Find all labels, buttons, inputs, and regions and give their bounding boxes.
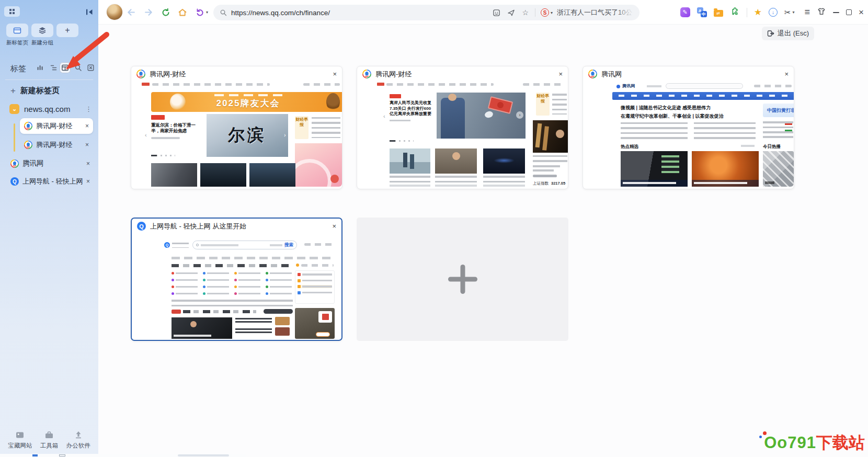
tab-card[interactable]: 腾讯网-财经 × 2025牌友大会 重返尔滨：价格下滑一 半，商家开始焦虑 [131,66,342,189]
tab-card-selected[interactable]: Q 上网导航 - 轻快上网 从这里开始 × Q 搜索 [131,218,342,341]
dock-item-treasure-sites[interactable]: 宝藏网站 [8,430,32,450]
finance-morning-badge: 财经早报 [295,116,309,139]
tab-card[interactable]: 腾讯网 × 腾讯网 微视频 | 追随总书记文化足迹 感受思想伟力 在遵规守纪中改… [583,66,794,189]
tab-stats-icon[interactable] [35,62,45,73]
hot-search-suggestion[interactable]: 浙江有人一口气买了10公 [557,8,633,17]
add-tab-tile[interactable] [357,218,568,341]
thumb-headline-block: 重返尔滨：价格下滑一 半，商家开始焦虑 [151,115,204,139]
report-banner: 中国扫黄打非网举报入口 [763,104,794,117]
tab-thumbnail[interactable]: Q 搜索 [132,234,341,339]
search-button-label: 搜索 [284,242,293,248]
close-card-icon[interactable]: × [332,222,336,230]
url-text[interactable]: https://news.qq.com/ch/finance/ [231,9,330,17]
caption-deco [435,176,477,182]
theme-skin-icon[interactable] [817,7,826,18]
thumb-tabs-deco [172,264,291,267]
back-icon[interactable] [124,6,138,19]
news-tag-deco [172,310,181,314]
close-tab-icon[interactable]: × [86,160,90,167]
app-badge-icon[interactable] [4,6,20,17]
thumb-search-bar: 搜索 [192,241,297,249]
panel-header-deco [301,264,334,267]
carousel-next-icon: › [516,111,523,119]
close-card-icon[interactable]: × [333,70,337,78]
close-card-icon[interactable]: × [784,70,789,78]
tab-item[interactable]: 腾讯网-财经 × [20,137,93,153]
hot-tag-deco [390,94,401,98]
tab-card-title: 上网导航 - 轻快上网 从这里开始 [150,222,328,231]
toolbar-right-icons: ✎ A 中 ⇄ ★ ↓ ✂ ▾ ≡ × [680,0,864,25]
dock-item-office-software[interactable]: 办公软件 [66,430,90,450]
downloads-icon[interactable]: ↓ [769,8,778,17]
tab-title: 腾讯网-财经 [36,121,82,131]
profile-avatar[interactable] [107,4,122,20]
thumb-photo [200,163,246,187]
news-item-image [275,317,290,325]
thumb-photo [435,185,477,187]
tab-card[interactable]: 腾讯网-财经 × 离岸人民币兑美元收复 7.35关口 央行发行600 亿元离岸央… [357,66,568,189]
reader-mode-icon[interactable] [493,9,500,17]
caption-deco [390,176,430,182]
home-icon[interactable] [176,6,189,19]
search-engine-badge[interactable]: S [541,8,549,17]
qq-news-favicon [588,70,597,78]
hot-list-deco [270,244,282,246]
close-tab-icon[interactable]: × [85,141,89,148]
tab-thumbnail[interactable]: 腾讯网 微视频 | 追随总书记文化足迹 感受思想伟力 在遵规守纪中改革创新、干事… [583,82,794,187]
share-icon[interactable] [507,9,515,17]
taskbar-icon-deco [59,454,65,456]
close-tab-icon[interactable]: × [85,122,89,130]
minimize-icon[interactable] [833,12,839,13]
tab-card-header: 腾讯网-财经 × [357,66,568,82]
thumb-ad-image [295,143,342,187]
tabs-header: 标签 [10,64,26,74]
group-more-icon[interactable]: ⋮ [85,105,92,113]
translate-icon[interactable]: A 中 [697,7,707,17]
thumb-text-deco [312,117,340,138]
refresh-icon[interactable] [159,6,172,19]
thumb-photo [483,185,525,187]
restore-tab-icon[interactable]: ▾ [193,6,210,19]
menu-icon[interactable]: ≡ [805,7,810,18]
thumb-text-deco [172,300,293,306]
tab-group-row[interactable]: ⌄ news.qq.com ⋮ [9,102,94,115]
exit-icon [767,30,774,37]
new-tab-row[interactable]: + 新建标签页 [10,85,60,96]
caret-down-icon[interactable]: ▾ [551,10,553,15]
toolbar-divider [747,8,747,17]
close-tab-icon[interactable]: × [86,178,90,185]
extensions-icon[interactable] [730,6,740,18]
dock-item-toolbox[interactable]: 工具箱 [40,430,59,450]
tab-card-title: 腾讯网-财经 [375,70,554,79]
screenshot-icon[interactable]: ✂ ▾ [784,8,795,17]
photo-figure-deco [441,98,465,139]
tab-thumbnail[interactable]: 离岸人民币兑美元收复 7.35关口 央行发行600 亿元离岸央票释放重要 ‹ › [357,82,568,187]
forward-icon[interactable] [142,6,155,19]
section-label-deco [533,175,557,177]
exit-overview-button[interactable]: 退出 (Esc) [762,27,814,40]
new-tab-page-button[interactable]: 新标签页 [6,24,28,47]
thumb-search-box [666,83,743,89]
watermark: Oo791 下载站 [764,432,865,454]
nav-site-favicon: Q [137,222,146,231]
group-folder-icon[interactable]: ⌄ [9,104,19,114]
bookmark-star-icon[interactable]: ☆ [522,8,529,17]
window-close-icon[interactable]: × [859,8,864,17]
maximize-icon[interactable] [846,9,852,15]
sidebar-dock: 宝藏网站 工具箱 办公软件 [0,430,98,450]
address-bar[interactable]: https://news.qq.com/ch/finance/ ☆ S ▾ 浙江… [213,5,639,20]
ai-writer-icon[interactable]: ✎ [680,7,690,17]
collapse-sidebar-icon[interactable] [84,6,95,18]
tab-item[interactable]: 腾讯网 × [6,156,94,172]
thumb-video-block [172,317,232,339]
bookmarks-icon[interactable]: ★ [754,8,762,17]
tab-thumbnail[interactable]: 2025牌友大会 重返尔滨：价格下滑一 半，商家开始焦虑 ‹ 尔滨 › 财经早报 [131,82,342,187]
thumb-photo [151,163,197,187]
tab-item-active[interactable]: 腾讯网-财经 × [20,118,93,134]
thumb-photo [390,185,430,187]
file-transfer-icon[interactable]: ⇄ [714,10,723,17]
tab-item[interactable]: Q 上网导航 - 轻快上网 × [6,174,94,189]
thumb-text-deco [533,169,554,172]
close-card-icon[interactable]: × [558,70,563,78]
thumb-site-logo [377,83,384,86]
